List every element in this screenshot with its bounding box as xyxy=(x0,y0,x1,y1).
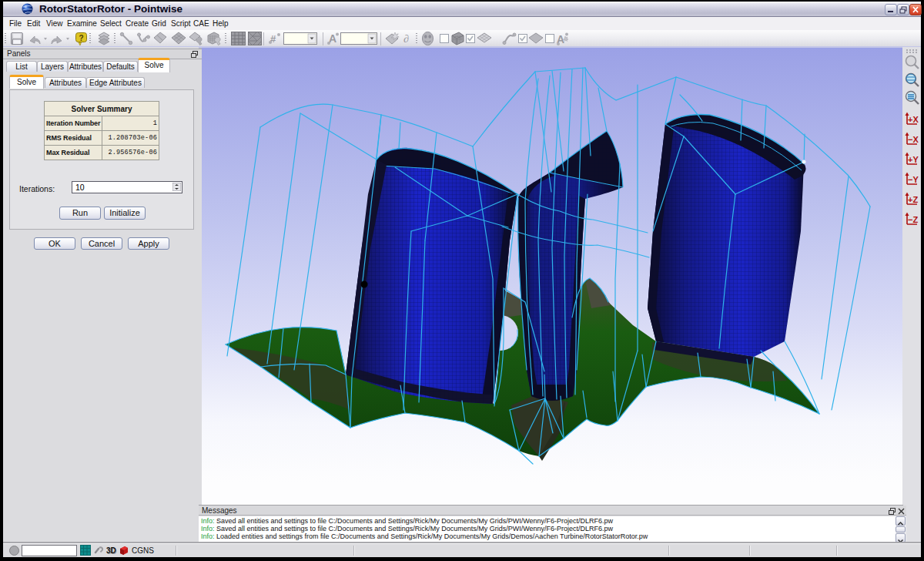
svg-text:−Y: −Y xyxy=(908,175,919,184)
svg-text:?: ? xyxy=(79,34,83,42)
svg-text:−X: −X xyxy=(908,135,919,144)
svg-text:+Y: +Y xyxy=(908,155,919,164)
svg-text:+X: +X xyxy=(908,115,919,124)
svg-text:−Z: −Z xyxy=(908,215,918,224)
svg-text:+Z: +Z xyxy=(908,195,918,204)
svg-text:∂: ∂ xyxy=(403,33,409,45)
